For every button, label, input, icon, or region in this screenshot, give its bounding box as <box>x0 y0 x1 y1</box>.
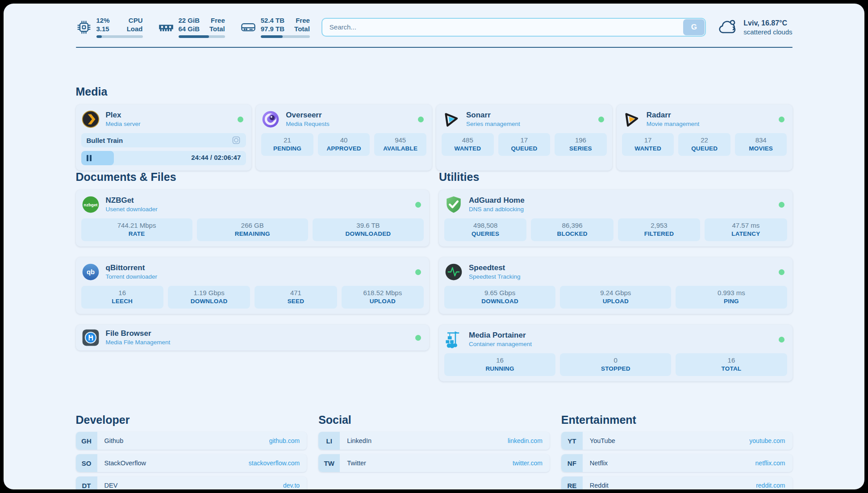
storage-progress-bar <box>261 35 310 38</box>
nzbget-icon: nzbget <box>81 195 100 214</box>
now-playing-title: Bullet Train <box>87 137 123 144</box>
stat-tile: 196SERIES <box>555 133 607 156</box>
link-row-reddit[interactable]: RE Reddit reddit.com <box>561 476 793 489</box>
app-title: Radarr <box>647 110 700 120</box>
link-row-dev[interactable]: DT DEV dev.to <box>76 476 307 489</box>
app-card-radarr[interactable]: Radarr Movie management 17WANTED 22QUEUE… <box>617 104 793 171</box>
app-card-sonarr[interactable]: Sonarr Series management 485WANTED 17QUE… <box>436 104 612 171</box>
stat-tile: 471SEED <box>255 286 337 309</box>
app-subtitle: Series management <box>466 120 520 128</box>
stat-tile: 945AVAILABLE <box>374 133 426 156</box>
stat-tile: 0STOPPED <box>560 353 671 376</box>
app-subtitle: Media File Management <box>106 338 171 347</box>
stat-tile: 744.21 MbpsRATE <box>81 218 192 241</box>
cpu-percent: 12% <box>96 16 110 25</box>
link-row-netflix[interactable]: NF Netflix netflix.com <box>561 454 793 472</box>
app-card-portainer[interactable]: Media Portainer Container management 16R… <box>439 325 793 381</box>
app-card-overseerr[interactable]: Overseerr Media Requests 21PENDING 40APP… <box>256 104 432 171</box>
ram-widget: 22 GiB64 GiB FreeTotal <box>158 16 225 38</box>
cpu-label-2: Load <box>127 25 143 33</box>
status-dot <box>238 117 243 122</box>
session-camera-icon[interactable] <box>232 136 241 145</box>
link-name: Twitter <box>347 460 366 467</box>
pause-icon <box>87 155 92 161</box>
link-url[interactable]: twitter.com <box>513 460 542 467</box>
link-row-github[interactable]: GH Github github.com <box>76 432 307 450</box>
link-badge: GH <box>76 432 97 450</box>
app-card-plex[interactable]: Plex Media server Bullet Train 24:44 / 0… <box>76 104 252 171</box>
stat-tile: 17WANTED <box>622 133 674 156</box>
status-dot <box>779 269 785 275</box>
ram-free: 22 GiB <box>179 16 200 25</box>
link-badge: SO <box>76 454 97 472</box>
link-badge: YT <box>561 432 583 450</box>
ram-progress-bar <box>179 35 225 38</box>
storage-widget: 52.4 TB97.9 TB FreeTotal <box>240 16 310 38</box>
storage-total: 97.9 TB <box>261 25 284 33</box>
link-name: Github <box>104 437 124 444</box>
app-subtitle: DNS and adblocking <box>469 205 525 213</box>
app-subtitle: Container management <box>469 340 532 348</box>
cpu-load-value: 3.15 <box>96 25 110 33</box>
portainer-icon <box>444 330 463 349</box>
stat-tile: 16RUNNING <box>444 353 555 376</box>
link-url[interactable]: netflix.com <box>755 460 785 467</box>
link-url[interactable]: youtube.com <box>749 437 785 444</box>
stat-tile: 39.6 TBDOWNLOADED <box>313 218 424 241</box>
stat-tile: 40APPROVED <box>318 133 370 156</box>
header-divider <box>76 47 793 48</box>
link-row-youtube[interactable]: YT YouTube youtube.com <box>561 432 793 450</box>
app-subtitle: Media server <box>106 120 141 128</box>
storage-free: 52.4 TB <box>261 16 284 25</box>
media-grid: Plex Media server Bullet Train 24:44 / 0… <box>76 104 793 171</box>
links-grid: Developer GH Github github.com SO StackO… <box>76 414 793 489</box>
link-badge: DT <box>76 476 97 489</box>
status-dot <box>415 202 421 208</box>
stat-tile: 2,953FILTERED <box>618 218 700 241</box>
link-url[interactable]: linkedin.com <box>508 437 542 444</box>
stat-tile: 16TOTAL <box>676 353 787 376</box>
section-title-social: Social <box>318 414 550 426</box>
section-title-media: Media <box>76 85 793 98</box>
app-card-qbittorrent[interactable]: qb qBittorrent Torrent downloader 16LEEC… <box>76 257 430 314</box>
app-subtitle: Media Requests <box>286 120 330 128</box>
stat-tile: 0.993 msPING <box>676 286 787 309</box>
link-url[interactable]: reddit.com <box>756 482 785 489</box>
app-subtitle: Movie management <box>647 120 700 128</box>
app-card-filebrowser[interactable]: File Browser Media File Management <box>76 325 430 351</box>
link-name: Netflix <box>590 460 608 467</box>
section-title-entertainment: Entertainment <box>561 414 793 426</box>
link-url[interactable]: stackoverflow.com <box>249 460 300 467</box>
cpu-widget: 12%3.15 CPULoad <box>76 16 143 38</box>
top-bar: 12%3.15 CPULoad 22 GiB64 GiB F <box>76 4 793 38</box>
app-title: AdGuard Home <box>469 196 525 205</box>
stat-tile: 9.24 GbpsUPLOAD <box>560 286 671 309</box>
app-card-nzbget[interactable]: nzbget NZBGet Usenet downloader 744.21 M… <box>76 190 430 246</box>
link-url[interactable]: github.com <box>269 437 300 444</box>
radarr-icon <box>622 110 641 129</box>
now-playing-row: Bullet Train <box>81 133 246 147</box>
app-card-adguard[interactable]: AdGuard Home DNS and adblocking 498,508Q… <box>439 190 793 246</box>
link-row-twitter[interactable]: TW Twitter twitter.com <box>318 454 550 472</box>
search-input[interactable] <box>321 18 706 37</box>
search-engine-button[interactable]: G <box>683 19 705 35</box>
utilities-column: Utilities AdGuard Home DNS <box>439 171 793 381</box>
adguard-icon <box>444 195 463 214</box>
link-url[interactable]: dev.to <box>283 482 300 489</box>
documents-column: Documents & Files nzbget NZBGet Usenet d… <box>76 171 430 351</box>
app-title: qBittorrent <box>106 263 158 273</box>
playback-time: 24:44 / 02:06:47 <box>191 154 241 161</box>
cloud-icon <box>718 18 738 36</box>
weather-condition: scattered clouds <box>743 28 792 36</box>
stat-tile: 9.65 GbpsDOWNLOAD <box>444 286 555 309</box>
app-title: Speedtest <box>469 263 521 273</box>
link-row-linkedin[interactable]: LI LinkedIn linkedin.com <box>318 432 550 450</box>
ram-label-2: Total <box>209 25 225 33</box>
app-title: File Browser <box>106 329 171 338</box>
app-card-speedtest[interactable]: Speedtest Speedtest Tracking 9.65 GbpsDO… <box>439 257 793 314</box>
cpu-icon <box>76 19 92 35</box>
app-subtitle: Torrent downloader <box>106 273 158 281</box>
link-name: YouTube <box>590 437 615 444</box>
storage-label-2: Total <box>294 25 310 33</box>
link-row-stackoverflow[interactable]: SO StackOverflow stackoverflow.com <box>76 454 307 472</box>
